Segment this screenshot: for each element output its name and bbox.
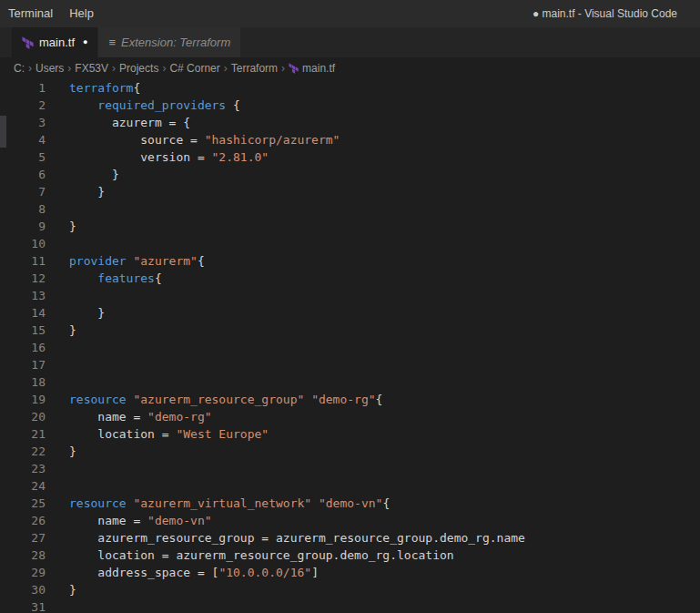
breadcrumb-item-users[interactable]: Users: [36, 62, 64, 75]
line-number[interactable]: 16: [0, 339, 46, 356]
code-text: features{: [69, 270, 162, 287]
code-text: name = "demo-rg": [69, 408, 212, 425]
code-line[interactable]: 16: [0, 339, 700, 356]
code-line[interactable]: 5 version = "2.81.0": [0, 148, 700, 166]
breadcrumb-item-main-tf[interactable]: main.tf: [289, 62, 335, 75]
line-number[interactable]: 23: [0, 460, 46, 477]
code-line[interactable]: 27 azurerm_resource_group = azurerm_reso…: [0, 529, 700, 547]
code-line[interactable]: 28 location = azurerm_resource_group.dem…: [0, 547, 700, 564]
code-line[interactable]: 23: [0, 460, 700, 477]
code-text: address_space = ["10.0.0.0/16"]: [69, 564, 319, 581]
breadcrumb-item-projects[interactable]: Projects: [119, 62, 158, 75]
line-number[interactable]: 19: [0, 391, 46, 408]
code-text: }: [69, 304, 105, 322]
tab-extension-terraform[interactable]: ≡ Extension: Terraform: [98, 27, 240, 57]
line-number[interactable]: 2: [0, 97, 46, 114]
code-text: azurerm_resource_group = azurerm_resourc…: [69, 529, 525, 547]
code-text: }: [69, 322, 76, 339]
code-line[interactable]: 8: [0, 200, 700, 218]
line-number[interactable]: 28: [0, 547, 46, 564]
code-line[interactable]: 7 }: [0, 183, 700, 200]
breadcrumb-item-terraform[interactable]: Terraform: [231, 62, 278, 75]
line-number[interactable]: 29: [0, 564, 46, 581]
breadcrumb-item-fx53v[interactable]: FX53V: [75, 62, 108, 75]
line-number[interactable]: 1: [0, 79, 46, 97]
code-editor[interactable]: 1terraform{2 required_providers {3 azure…: [0, 79, 700, 613]
tab-main-tf[interactable]: main.tf ●: [12, 27, 97, 57]
title-bar: Terminal Help ● main.tf - Visual Studio …: [0, 0, 700, 27]
code-line[interactable]: 6 }: [0, 166, 700, 183]
code-line[interactable]: 19resource "azurerm_resource_group" "dem…: [0, 391, 700, 408]
line-number[interactable]: 12: [0, 270, 46, 287]
terraform-file-icon: [289, 63, 299, 74]
line-number[interactable]: 7: [0, 183, 46, 200]
line-number[interactable]: 3: [0, 114, 46, 131]
line-number[interactable]: 6: [0, 166, 46, 183]
line-number[interactable]: 31: [0, 598, 46, 613]
code-lines: 1terraform{2 required_providers {3 azure…: [0, 79, 700, 613]
line-number[interactable]: 27: [0, 529, 46, 547]
code-line[interactable]: 12 features{: [0, 270, 700, 287]
line-number[interactable]: 26: [0, 512, 46, 529]
code-line[interactable]: 11provider "azurerm"{: [0, 252, 700, 270]
code-line[interactable]: 22}: [0, 443, 700, 460]
chevron-right-icon: ›: [28, 62, 32, 75]
code-line[interactable]: 29 address_space = ["10.0.0.0/16"]: [0, 564, 700, 581]
line-number[interactable]: 8: [0, 200, 46, 218]
code-text: }: [69, 443, 76, 460]
chevron-right-icon: ›: [67, 62, 71, 75]
code-line[interactable]: 21 location = "West Europe": [0, 425, 700, 443]
code-text: }: [69, 183, 105, 200]
line-number[interactable]: 18: [0, 373, 46, 391]
line-number[interactable]: 11: [0, 252, 46, 270]
line-number[interactable]: 9: [0, 218, 46, 235]
code-line[interactable]: 26 name = "demo-vn": [0, 512, 700, 529]
line-number[interactable]: 10: [0, 235, 46, 252]
code-line[interactable]: 14 }: [0, 304, 700, 322]
code-text: location = "West Europe": [69, 425, 269, 443]
code-line[interactable]: 13: [0, 287, 700, 304]
code-line[interactable]: 2 required_providers {: [0, 97, 700, 114]
line-number[interactable]: 4: [0, 131, 46, 148]
breadcrumb-item-csharp-corner[interactable]: C# Corner: [169, 62, 219, 75]
code-line[interactable]: 30}: [0, 581, 700, 598]
line-number[interactable]: 15: [0, 322, 46, 339]
code-line[interactable]: 31: [0, 598, 700, 613]
code-line[interactable]: 17: [0, 356, 700, 373]
tab-bar: main.tf ● ≡ Extension: Terraform: [0, 27, 700, 57]
code-line[interactable]: 4 source = "hashicorp/azurerm": [0, 131, 700, 148]
code-text: version = "2.81.0": [69, 148, 269, 166]
line-number[interactable]: 5: [0, 148, 46, 166]
code-text: }: [69, 581, 76, 598]
code-line[interactable]: 25resource "azurerm_virtual_network" "de…: [0, 495, 700, 512]
code-line[interactable]: 1terraform{: [0, 79, 700, 97]
code-line[interactable]: 24: [0, 477, 700, 495]
line-number[interactable]: 22: [0, 443, 46, 460]
breadcrumb-item-drive[interactable]: C:: [14, 62, 25, 75]
line-number[interactable]: 30: [0, 581, 46, 598]
code-line[interactable]: 15}: [0, 322, 700, 339]
code-text: name = "demo-vn": [69, 512, 212, 529]
code-text: required_providers {: [69, 97, 240, 114]
menu-help[interactable]: Help: [61, 0, 102, 27]
code-text: resource "azurerm_resource_group" "demo-…: [69, 391, 382, 408]
code-line[interactable]: 9}: [0, 218, 700, 235]
vscode-window: Terminal Help ● main.tf - Visual Studio …: [0, 0, 700, 613]
line-number[interactable]: 14: [0, 304, 46, 322]
modified-dot-icon[interactable]: ●: [83, 38, 87, 46]
code-line[interactable]: 10: [0, 235, 700, 252]
line-number[interactable]: 24: [0, 477, 46, 495]
code-line[interactable]: 20 name = "demo-rg": [0, 408, 700, 425]
extension-tab-icon: ≡: [108, 36, 116, 49]
terraform-file-icon: [22, 36, 34, 49]
code-line[interactable]: 3 azurerm = {: [0, 114, 700, 131]
line-number[interactable]: 20: [0, 408, 46, 425]
line-number[interactable]: 17: [0, 356, 46, 373]
menu-terminal[interactable]: Terminal: [0, 0, 61, 27]
line-number[interactable]: 13: [0, 287, 46, 304]
code-line[interactable]: 18: [0, 373, 700, 391]
menu-bar: Terminal Help: [0, 0, 102, 27]
line-number[interactable]: 25: [0, 495, 46, 512]
line-number[interactable]: 21: [0, 425, 46, 443]
breadcrumb: C: › Users › FX53V › Projects › C# Corne…: [0, 57, 700, 79]
